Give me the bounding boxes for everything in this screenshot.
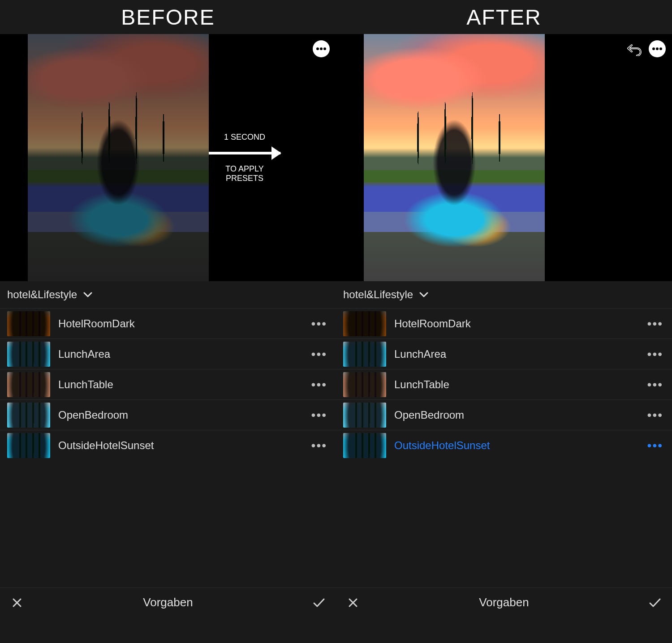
preset-item[interactable]: LunchTable ••• [0,369,336,399]
preset-item[interactable]: OutsideHotelSunset ••• [336,430,672,460]
preset-thumbnail [343,403,386,428]
caption-line1: 1 SECOND [224,133,265,142]
preset-more-icon[interactable]: ••• [647,408,665,422]
svg-point-5 [659,47,662,50]
preset-item[interactable]: OutsideHotelSunset ••• [0,430,336,460]
bottom-bar-title: Vorgaben [361,596,647,609]
after-photo[interactable] [364,34,545,281]
preset-item[interactable]: OpenBedroom ••• [336,399,672,430]
preset-item[interactable]: HotelRoomDark ••• [0,308,336,339]
before-image-panel: 1 SECOND TO APPLY PRESETS [0,34,336,281]
preset-more-icon[interactable]: ••• [311,377,329,392]
preset-thumbnail [343,433,386,458]
svg-point-1 [320,47,323,50]
chevron-down-icon [419,291,428,298]
bottom-bar: Vorgaben [336,587,672,617]
before-photo[interactable] [28,34,209,281]
more-icon[interactable] [313,40,330,57]
preset-list: HotelRoomDark ••• LunchArea ••• LunchTab… [336,308,672,587]
preset-more-icon[interactable]: ••• [647,377,665,392]
preset-name: LunchArea [58,348,303,360]
preset-name: OutsideHotelSunset [394,439,639,452]
preset-more-icon[interactable]: ••• [311,438,329,453]
preset-name: LunchTable [58,378,303,391]
chevron-down-icon [83,291,92,298]
preset-item[interactable]: LunchArea ••• [336,339,672,369]
preset-name: OpenBedroom [58,409,303,421]
after-presets-column: hotel&Lifestyle HotelRoomDark ••• LunchA… [336,281,672,617]
preset-group-dropdown[interactable]: hotel&Lifestyle [336,281,672,308]
center-caption: 1 SECOND TO APPLY PRESETS [209,34,280,281]
preset-more-icon[interactable]: ••• [311,347,329,361]
bottom-bar: Vorgaben [0,587,336,617]
bottom-bar-title: Vorgaben [25,596,311,609]
preset-name: HotelRoomDark [394,317,639,330]
after-image-panel [336,34,672,281]
svg-point-3 [652,47,655,50]
image-stage: 1 SECOND TO APPLY PRESETS [0,34,672,281]
check-icon[interactable] [647,595,663,611]
svg-point-0 [316,47,319,50]
preset-thumbnail [343,311,386,336]
preset-thumbnail [7,342,50,367]
preset-more-icon[interactable]: ••• [647,347,665,361]
preset-thumbnail [7,433,50,458]
svg-point-2 [323,47,326,50]
undo-icon[interactable] [625,40,643,58]
preset-name: OpenBedroom [394,409,639,421]
preset-item[interactable]: HotelRoomDark ••• [336,308,672,339]
preset-thumbnail [343,372,386,397]
check-icon[interactable] [311,595,327,611]
preset-more-icon[interactable]: ••• [647,317,665,331]
preset-thumbnail [7,311,50,336]
preset-group-dropdown[interactable]: hotel&Lifestyle [0,281,336,308]
more-icon[interactable] [649,40,666,57]
preset-group-label: hotel&Lifestyle [343,288,413,301]
preset-more-icon[interactable]: ••• [311,317,329,331]
preset-item[interactable]: LunchArea ••• [0,339,336,369]
preset-name: OutsideHotelSunset [58,439,303,452]
preset-thumbnail [343,342,386,367]
arrow-icon [209,152,280,154]
svg-point-4 [656,47,659,50]
preset-more-icon[interactable]: ••• [647,438,665,453]
preset-name: HotelRoomDark [58,317,303,330]
preset-more-icon[interactable]: ••• [311,408,329,422]
caption-line2: TO APPLY PRESETS [209,164,280,183]
preset-name: LunchArea [394,348,639,360]
preset-thumbnail [7,372,50,397]
close-icon[interactable] [345,595,361,611]
before-presets-column: hotel&Lifestyle HotelRoomDark ••• LunchA… [0,281,336,617]
before-label: BEFORE [121,5,215,30]
preset-thumbnail [7,403,50,428]
preset-item[interactable]: OpenBedroom ••• [0,399,336,430]
preset-list: HotelRoomDark ••• LunchArea ••• LunchTab… [0,308,336,587]
comparison-header: BEFORE AFTER [0,0,672,34]
preset-name: LunchTable [394,378,639,391]
preset-group-label: hotel&Lifestyle [7,288,77,301]
preset-item[interactable]: LunchTable ••• [336,369,672,399]
close-icon[interactable] [9,595,25,611]
after-label: AFTER [466,5,541,30]
presets-area: hotel&Lifestyle HotelRoomDark ••• LunchA… [0,281,672,617]
